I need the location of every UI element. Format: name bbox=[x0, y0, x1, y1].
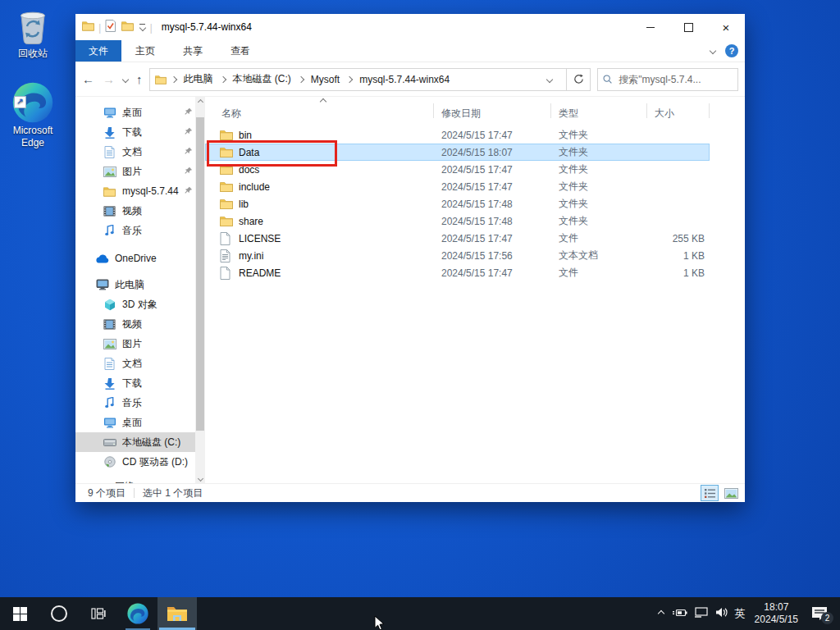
sidebar-item-desktop-pc[interactable]: 桌面 bbox=[75, 413, 195, 432]
tab-share[interactable]: 共享 bbox=[169, 40, 217, 62]
sidebar-item-documents-pc[interactable]: 文档 bbox=[75, 354, 195, 373]
file-row-docs[interactable]: docs 2024/5/15 17:47 文件夹 bbox=[205, 161, 710, 178]
column-divider[interactable] bbox=[550, 103, 551, 118]
file-name: share bbox=[239, 216, 263, 227]
sidebar-item-videos-pc[interactable]: 视频 bbox=[75, 314, 195, 334]
file-row-readme[interactable]: README 2024/5/15 17:47 文件 1 KB bbox=[205, 264, 710, 281]
file-size: 255 KB bbox=[648, 233, 707, 244]
column-divider[interactable] bbox=[709, 103, 710, 118]
sidebar-item-pictures-pc[interactable]: 图片 bbox=[75, 334, 195, 354]
large-icons-view-button[interactable] bbox=[722, 485, 740, 501]
scroll-up-arrow[interactable] bbox=[195, 96, 205, 107]
search-input[interactable] bbox=[617, 73, 733, 86]
navigation-toolbar: ← → ↑ 此电脑 本地磁盘 (C:) Mysoft mysql-5.7.44-… bbox=[75, 62, 745, 97]
new-folder-button[interactable] bbox=[121, 21, 134, 34]
taskbar-explorer-button[interactable] bbox=[158, 597, 197, 630]
file-date: 2024/5/15 17:48 bbox=[435, 216, 552, 227]
text-file-icon bbox=[220, 249, 233, 262]
video-icon bbox=[103, 204, 116, 217]
sidebar-item-documents-quick[interactable]: 文档 bbox=[75, 142, 195, 162]
up-button[interactable]: ↑ bbox=[136, 72, 143, 86]
column-header-name[interactable]: 名称 bbox=[221, 107, 241, 121]
properties-button[interactable] bbox=[105, 20, 116, 34]
taskbar-clock[interactable]: 18:07 2024/5/15 bbox=[755, 601, 798, 626]
sidebar-item-label: 视频 bbox=[122, 204, 142, 218]
download-icon bbox=[103, 377, 116, 390]
hidden-icons-chevron[interactable] bbox=[657, 610, 664, 617]
quick-access-toolbar-dropdown[interactable] bbox=[139, 24, 145, 30]
file-row-include[interactable]: include 2024/5/15 17:47 文件夹 bbox=[205, 178, 710, 195]
maximize-icon bbox=[684, 23, 693, 32]
sidebar-item-label: 桌面 bbox=[122, 106, 142, 120]
task-view-button[interactable] bbox=[79, 597, 118, 630]
column-divider[interactable] bbox=[433, 103, 434, 118]
close-button[interactable]: × bbox=[707, 14, 745, 40]
breadcrumb-local-disk-c[interactable]: 本地磁盘 (C:) bbox=[229, 72, 295, 86]
sidebar-item-onedrive[interactable]: OneDrive bbox=[75, 249, 195, 268]
sidebar-item-3d-objects[interactable]: 3D 对象 bbox=[75, 294, 195, 314]
sidebar-item-videos-quick[interactable]: 视频 bbox=[75, 201, 195, 221]
search-button[interactable] bbox=[39, 597, 79, 630]
address-bar[interactable]: 此电脑 本地磁盘 (C:) Mysoft mysql-5.7.44-winx64 bbox=[149, 68, 591, 91]
music-icon bbox=[103, 396, 116, 409]
video-icon bbox=[103, 317, 116, 331]
desktop-icon-edge[interactable]: ↗ Microsoft Edge bbox=[1, 82, 65, 149]
file-row-lib[interactable]: lib 2024/5/15 17:48 文件夹 bbox=[205, 195, 710, 212]
music-icon bbox=[103, 224, 116, 237]
column-header-date[interactable]: 修改日期 bbox=[441, 107, 481, 121]
address-dropdown-button[interactable] bbox=[538, 69, 561, 90]
sidebar-item-label: CD 驱动器 (D:) bbox=[122, 455, 188, 469]
search-box[interactable] bbox=[597, 68, 738, 91]
recent-locations-dropdown[interactable] bbox=[122, 75, 129, 82]
sidebar-item-this-pc[interactable]: 此电脑 bbox=[75, 275, 195, 294]
maximize-button[interactable] bbox=[669, 14, 707, 40]
tab-file[interactable]: 文件 bbox=[75, 40, 121, 62]
sidebar-item-desktop-quick[interactable]: 桌面 bbox=[75, 103, 195, 122]
sidebar-item-pictures-quick[interactable]: 图片 bbox=[75, 162, 195, 181]
breadcrumb-mysql-folder[interactable]: mysql-5.7.44-winx64 bbox=[355, 74, 454, 85]
sidebar-item-label: 音乐 bbox=[122, 224, 142, 238]
folder-icon bbox=[220, 147, 233, 158]
scrollbar-thumb[interactable] bbox=[196, 117, 204, 431]
file-row-license[interactable]: LICENSE 2024/5/15 17:47 文件 255 KB bbox=[205, 230, 710, 247]
scroll-down-arrow[interactable] bbox=[195, 472, 205, 484]
column-divider[interactable] bbox=[646, 103, 647, 118]
file-row-bin[interactable]: bin 2024/5/15 17:47 文件夹 bbox=[205, 126, 710, 144]
sidebar-scrollbar[interactable] bbox=[195, 96, 205, 484]
sidebar-item-mysql-folder-quick[interactable]: mysql-5.7.44 bbox=[75, 181, 195, 201]
details-view-button[interactable] bbox=[701, 485, 719, 501]
input-language-indicator[interactable]: 英 bbox=[735, 606, 746, 621]
ribbon-tab-bar: 文件 主页 共享 查看 ? bbox=[75, 40, 745, 62]
column-header-size[interactable]: 大小 bbox=[655, 107, 674, 121]
sidebar-item-music-pc[interactable]: 音乐 bbox=[75, 393, 195, 413]
help-button[interactable]: ? bbox=[725, 44, 738, 57]
action-center-button[interactable]: 2 bbox=[807, 603, 832, 624]
tab-view[interactable]: 查看 bbox=[217, 40, 264, 62]
sidebar-item-downloads-quick[interactable]: 下载 bbox=[75, 122, 195, 142]
refresh-button[interactable] bbox=[567, 69, 590, 90]
file-name: Data bbox=[239, 147, 259, 158]
power-icon[interactable] bbox=[673, 606, 687, 621]
network-icon[interactable] bbox=[695, 606, 708, 621]
sidebar-item-label: OneDrive bbox=[115, 253, 157, 264]
sidebar-item-cd-drive-d[interactable]: CD 驱动器 (D:) bbox=[75, 452, 195, 472]
sidebar-item-downloads-pc[interactable]: 下载 bbox=[75, 373, 195, 393]
breadcrumb-this-pc[interactable]: 此电脑 bbox=[180, 72, 217, 86]
taskbar-edge-button[interactable] bbox=[118, 597, 158, 630]
file-row-my-ini[interactable]: my.ini 2024/5/15 17:56 文本文档 1 KB bbox=[205, 247, 710, 264]
back-button[interactable]: ← bbox=[82, 72, 94, 86]
collapse-ribbon-icon[interactable] bbox=[710, 48, 716, 54]
volume-icon[interactable] bbox=[715, 606, 728, 621]
sidebar-item-local-disk-c[interactable]: 本地磁盘 (C:) bbox=[75, 432, 195, 452]
windows-logo-icon bbox=[13, 607, 27, 621]
tab-home[interactable]: 主页 bbox=[121, 40, 169, 62]
breadcrumb-mysoft[interactable]: Mysoft bbox=[307, 74, 344, 85]
start-button[interactable] bbox=[0, 597, 39, 630]
forward-button[interactable]: → bbox=[103, 72, 115, 86]
sidebar-item-music-quick[interactable]: 音乐 bbox=[75, 221, 195, 240]
desktop-icon-recycle-bin[interactable]: 回收站 bbox=[1, 7, 65, 60]
file-row-share[interactable]: share 2024/5/15 17:48 文件夹 bbox=[205, 212, 710, 230]
column-header-type[interactable]: 类型 bbox=[559, 107, 578, 121]
minimize-button[interactable] bbox=[632, 14, 669, 40]
file-row-data-selected[interactable]: Data 2024/5/15 18:07 文件夹 bbox=[205, 144, 710, 161]
